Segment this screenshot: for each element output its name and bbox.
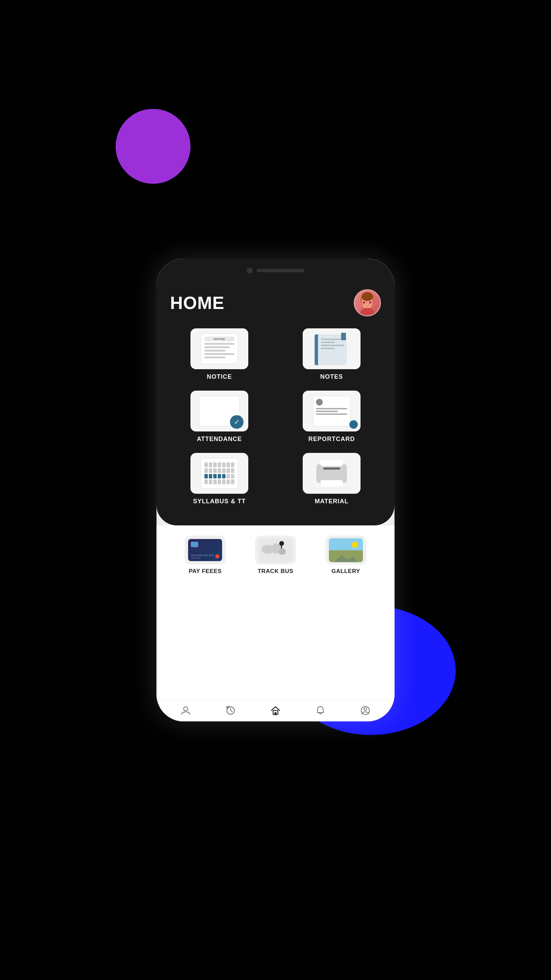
nav-item-account[interactable]	[356, 704, 374, 717]
camera-dot	[246, 267, 253, 274]
bottom-item-gallery[interactable]: GALLERY	[326, 536, 366, 575]
pay-fees-label: PAY FEEES	[189, 568, 222, 575]
notes-line-1	[321, 339, 344, 340]
phone-notch	[156, 259, 395, 279]
material-icon	[313, 458, 350, 488]
notes-label: NOTES	[320, 373, 343, 380]
track-bus-icon-box	[255, 536, 296, 565]
rc-seal	[349, 420, 358, 429]
svg-point-2	[362, 292, 373, 301]
bell-icon	[315, 705, 326, 716]
grid-item-notes[interactable]: NOTES	[282, 328, 381, 380]
nav-item-profile[interactable]	[177, 704, 195, 717]
notice-line-5	[205, 356, 225, 358]
map-pin	[279, 541, 284, 549]
bottom-nav	[156, 699, 395, 721]
nav-item-history[interactable]	[222, 704, 240, 717]
notice-doc-header: NOTICE	[205, 337, 234, 341]
bottom-item-pay-fees[interactable]: 1234 5678 1234 5678 ABCAANN PAY FEEES	[185, 536, 225, 575]
track-bus-icon	[259, 538, 292, 562]
card-chip	[191, 542, 198, 547]
avatar[interactable]	[354, 289, 381, 317]
track-bus-label: TRACK BUS	[258, 568, 294, 575]
grid-item-reportcard[interactable]: REPORTCARD	[282, 391, 381, 443]
grid-item-syllabus[interactable]: SYLLABUS & TT	[170, 453, 269, 505]
map-pin-head	[279, 541, 284, 546]
nav-item-notifications[interactable]	[311, 704, 329, 717]
avatar-image	[355, 289, 380, 317]
card-logo	[215, 554, 219, 558]
gallery-icon	[329, 538, 363, 562]
svg-point-6	[363, 301, 365, 304]
header-row: HOME	[170, 289, 381, 317]
svg-rect-13	[275, 712, 276, 714]
grid-item-notice[interactable]: NOTICE NOTICE	[170, 328, 269, 380]
printer-out-paper	[321, 480, 343, 486]
notice-line-1	[205, 343, 234, 345]
nav-item-home[interactable]	[267, 704, 284, 717]
map-shape-3	[279, 549, 286, 555]
printer-slot	[323, 468, 340, 469]
dark-section: HOME	[156, 279, 395, 525]
svg-point-10	[184, 707, 188, 711]
notes-line-2	[321, 342, 335, 343]
notes-icon-box	[303, 328, 360, 369]
attendance-icon-box: ✓	[191, 391, 248, 431]
rc-avatar	[316, 399, 323, 406]
notes-icon	[314, 333, 349, 365]
reportcard-icon	[313, 396, 350, 426]
syllabus-icon-box	[191, 453, 248, 494]
main-grid: NOTICE NOTICE	[170, 328, 381, 505]
attendance-check-mark: ✓	[230, 415, 243, 429]
bottom-item-track-bus[interactable]: TRACK BUS	[255, 536, 296, 575]
notice-line-3	[205, 350, 225, 352]
gallery-mountains-svg	[329, 553, 363, 562]
card-holder-name: ABCAANN	[191, 557, 200, 559]
notes-bookmark	[341, 333, 346, 340]
gallery-icon-box	[326, 536, 366, 565]
page-title: HOME	[170, 293, 224, 313]
svg-point-15	[364, 708, 367, 711]
notice-line-4	[205, 353, 234, 355]
profile-icon	[180, 705, 191, 716]
svg-point-8	[360, 308, 375, 317]
notice-icon-box: NOTICE	[191, 328, 248, 369]
blob-purple	[116, 109, 191, 184]
notes-line-3	[321, 345, 344, 346]
phone-screen: HOME	[156, 279, 395, 721]
pay-fees-icon-box: 1234 5678 1234 5678 ABCAANN	[185, 536, 225, 565]
history-icon	[225, 705, 236, 716]
bottom-icons-row: 1234 5678 1234 5678 ABCAANN PAY FEEES	[167, 536, 384, 575]
notice-icon: NOTICE	[201, 334, 238, 364]
printer-top-paper	[321, 460, 343, 466]
notch-bar	[257, 269, 305, 272]
grid-item-material[interactable]: MATERIAL	[282, 453, 381, 505]
notice-label: NOTICE	[207, 373, 232, 380]
reportcard-icon-box	[303, 391, 360, 431]
grid-item-attendance[interactable]: ✓ ATTENDANCE	[170, 391, 269, 443]
attendance-label: ATTENDANCE	[197, 436, 242, 443]
home-icon	[270, 705, 281, 716]
light-section: 1234 5678 1234 5678 ABCAANN PAY FEEES	[156, 525, 395, 699]
map-background	[259, 538, 292, 562]
svg-point-7	[369, 301, 372, 304]
rc-line-1	[316, 408, 347, 409]
svg-marker-9	[334, 555, 358, 562]
printer-body	[316, 464, 347, 483]
phone-frame: HOME	[156, 259, 395, 721]
notes-line-4	[321, 348, 335, 349]
attendance-icon: ✓	[199, 396, 240, 426]
reportcard-label: REPORTCARD	[308, 436, 355, 443]
gallery-label: GALLERY	[332, 568, 360, 575]
material-label: MATERIAL	[314, 498, 349, 505]
rc-line-2	[316, 411, 338, 412]
gallery-sun	[352, 542, 358, 548]
map-pin-tail	[281, 546, 282, 549]
material-icon-box	[303, 453, 360, 494]
card-number: 1234 5678 1234 5678	[191, 554, 214, 556]
syllabus-label: SYLLABUS & TT	[193, 498, 246, 505]
pay-fees-card: 1234 5678 1234 5678 ABCAANN	[188, 539, 222, 561]
account-icon	[360, 705, 371, 716]
syllabus-icon	[201, 458, 238, 488]
rc-line-3	[316, 414, 347, 415]
